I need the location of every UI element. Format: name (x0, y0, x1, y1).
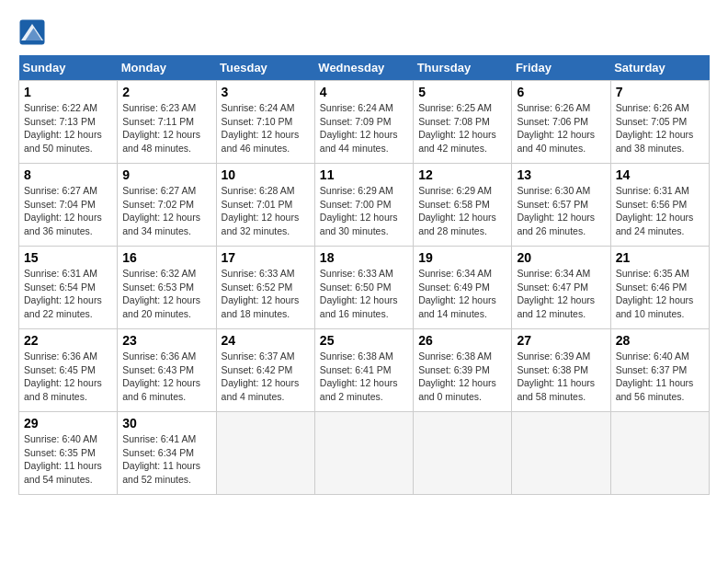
day-cell (216, 412, 314, 495)
week-row-1: 1Sunrise: 6:22 AM Sunset: 7:13 PM Daylig… (19, 81, 710, 164)
day-cell: 12Sunrise: 6:29 AM Sunset: 6:58 PM Dayli… (414, 164, 512, 247)
day-cell: 26Sunrise: 6:38 AM Sunset: 6:39 PM Dayli… (414, 329, 512, 412)
day-cell (512, 412, 610, 495)
day-info: Sunrise: 6:36 AM Sunset: 6:43 PM Dayligh… (122, 350, 210, 404)
day-number: 5 (418, 85, 506, 99)
day-cell: 13Sunrise: 6:30 AM Sunset: 6:57 PM Dayli… (512, 164, 610, 247)
day-number: 20 (517, 250, 605, 265)
day-cell: 9Sunrise: 6:27 AM Sunset: 7:02 PM Daylig… (118, 164, 216, 247)
day-info: Sunrise: 6:29 AM Sunset: 6:58 PM Dayligh… (418, 184, 506, 238)
day-info: Sunrise: 6:36 AM Sunset: 6:45 PM Dayligh… (24, 350, 112, 404)
logo (18, 18, 50, 46)
day-info: Sunrise: 6:25 AM Sunset: 7:08 PM Dayligh… (418, 101, 506, 155)
header-thursday: Thursday (414, 55, 512, 81)
day-info: Sunrise: 6:29 AM Sunset: 7:00 PM Dayligh… (320, 184, 408, 238)
header-saturday: Saturday (610, 55, 709, 81)
day-number: 16 (122, 250, 210, 265)
header-friday: Friday (512, 55, 610, 81)
day-cell: 7Sunrise: 6:26 AM Sunset: 7:05 PM Daylig… (610, 81, 709, 164)
day-number: 27 (517, 333, 605, 348)
logo-icon (18, 18, 46, 46)
day-cell: 1Sunrise: 6:22 AM Sunset: 7:13 PM Daylig… (19, 81, 118, 164)
day-number: 17 (222, 250, 310, 265)
day-number: 15 (24, 250, 112, 265)
header-sunday: Sunday (19, 55, 118, 81)
day-info: Sunrise: 6:31 AM Sunset: 6:56 PM Dayligh… (616, 184, 704, 238)
day-cell (610, 412, 709, 495)
day-cell: 30Sunrise: 6:41 AM Sunset: 6:34 PM Dayli… (118, 412, 216, 495)
day-number: 22 (24, 333, 112, 348)
header-row: SundayMondayTuesdayWednesdayThursdayFrid… (19, 55, 710, 81)
day-cell: 3Sunrise: 6:24 AM Sunset: 7:10 PM Daylig… (216, 81, 314, 164)
day-number: 28 (616, 333, 704, 348)
day-info: Sunrise: 6:34 AM Sunset: 6:49 PM Dayligh… (418, 267, 506, 321)
week-row-2: 8Sunrise: 6:27 AM Sunset: 7:04 PM Daylig… (19, 164, 710, 247)
day-number: 26 (418, 333, 506, 348)
day-info: Sunrise: 6:38 AM Sunset: 6:41 PM Dayligh… (320, 350, 408, 404)
page-header (18, 18, 710, 46)
day-cell: 14Sunrise: 6:31 AM Sunset: 6:56 PM Dayli… (610, 164, 709, 247)
week-row-3: 15Sunrise: 6:31 AM Sunset: 6:54 PM Dayli… (19, 247, 710, 329)
header-tuesday: Tuesday (216, 55, 314, 81)
day-info: Sunrise: 6:26 AM Sunset: 7:06 PM Dayligh… (517, 101, 605, 155)
day-cell: 2Sunrise: 6:23 AM Sunset: 7:11 PM Daylig… (118, 81, 216, 164)
day-number: 4 (320, 85, 408, 99)
day-number: 9 (122, 167, 210, 182)
day-cell: 11Sunrise: 6:29 AM Sunset: 7:00 PM Dayli… (314, 164, 413, 247)
week-row-4: 22Sunrise: 6:36 AM Sunset: 6:45 PM Dayli… (19, 329, 710, 412)
day-number: 14 (616, 167, 704, 182)
day-info: Sunrise: 6:27 AM Sunset: 7:04 PM Dayligh… (24, 184, 112, 238)
day-number: 23 (122, 333, 210, 348)
day-number: 1 (24, 85, 112, 99)
day-info: Sunrise: 6:23 AM Sunset: 7:11 PM Dayligh… (122, 101, 210, 155)
day-number: 10 (222, 167, 310, 182)
day-info: Sunrise: 6:40 AM Sunset: 6:37 PM Dayligh… (616, 350, 704, 404)
day-info: Sunrise: 6:31 AM Sunset: 6:54 PM Dayligh… (24, 267, 112, 321)
day-info: Sunrise: 6:33 AM Sunset: 6:50 PM Dayligh… (320, 267, 408, 321)
day-info: Sunrise: 6:27 AM Sunset: 7:02 PM Dayligh… (122, 184, 210, 238)
day-cell: 28Sunrise: 6:40 AM Sunset: 6:37 PM Dayli… (610, 329, 709, 412)
day-cell: 16Sunrise: 6:32 AM Sunset: 6:53 PM Dayli… (118, 247, 216, 329)
day-info: Sunrise: 6:41 AM Sunset: 6:34 PM Dayligh… (122, 432, 210, 487)
day-cell: 27Sunrise: 6:39 AM Sunset: 6:38 PM Dayli… (512, 329, 610, 412)
day-info: Sunrise: 6:32 AM Sunset: 6:53 PM Dayligh… (122, 267, 210, 321)
day-number: 13 (517, 167, 605, 182)
day-cell: 15Sunrise: 6:31 AM Sunset: 6:54 PM Dayli… (19, 247, 118, 329)
day-number: 12 (418, 167, 506, 182)
day-cell: 25Sunrise: 6:38 AM Sunset: 6:41 PM Dayli… (314, 329, 413, 412)
day-cell: 21Sunrise: 6:35 AM Sunset: 6:46 PM Dayli… (610, 247, 709, 329)
day-info: Sunrise: 6:39 AM Sunset: 6:38 PM Dayligh… (517, 350, 605, 404)
day-info: Sunrise: 6:34 AM Sunset: 6:47 PM Dayligh… (517, 267, 605, 321)
day-cell: 17Sunrise: 6:33 AM Sunset: 6:52 PM Dayli… (216, 247, 314, 329)
day-info: Sunrise: 6:33 AM Sunset: 6:52 PM Dayligh… (222, 267, 310, 321)
day-info: Sunrise: 6:35 AM Sunset: 6:46 PM Dayligh… (616, 267, 704, 321)
week-row-5: 29Sunrise: 6:40 AM Sunset: 6:35 PM Dayli… (19, 412, 710, 495)
header-wednesday: Wednesday (314, 55, 413, 81)
day-number: 18 (320, 250, 408, 265)
calendar-table: SundayMondayTuesdayWednesdayThursdayFrid… (18, 55, 710, 495)
day-cell: 5Sunrise: 6:25 AM Sunset: 7:08 PM Daylig… (414, 81, 512, 164)
day-number: 30 (122, 416, 210, 431)
day-cell: 10Sunrise: 6:28 AM Sunset: 7:01 PM Dayli… (216, 164, 314, 247)
day-cell: 6Sunrise: 6:26 AM Sunset: 7:06 PM Daylig… (512, 81, 610, 164)
day-number: 8 (24, 167, 112, 182)
day-info: Sunrise: 6:28 AM Sunset: 7:01 PM Dayligh… (222, 184, 310, 238)
day-cell: 29Sunrise: 6:40 AM Sunset: 6:35 PM Dayli… (19, 412, 118, 495)
day-cell: 23Sunrise: 6:36 AM Sunset: 6:43 PM Dayli… (118, 329, 216, 412)
day-number: 6 (517, 85, 605, 99)
day-info: Sunrise: 6:37 AM Sunset: 6:42 PM Dayligh… (222, 350, 310, 404)
day-info: Sunrise: 6:26 AM Sunset: 7:05 PM Dayligh… (616, 101, 704, 155)
day-number: 25 (320, 333, 408, 348)
day-info: Sunrise: 6:24 AM Sunset: 7:10 PM Dayligh… (222, 101, 310, 155)
day-info: Sunrise: 6:40 AM Sunset: 6:35 PM Dayligh… (24, 432, 112, 487)
day-cell: 22Sunrise: 6:36 AM Sunset: 6:45 PM Dayli… (19, 329, 118, 412)
day-info: Sunrise: 6:24 AM Sunset: 7:09 PM Dayligh… (320, 101, 408, 155)
header-monday: Monday (118, 55, 216, 81)
day-info: Sunrise: 6:38 AM Sunset: 6:39 PM Dayligh… (418, 350, 506, 404)
day-cell: 4Sunrise: 6:24 AM Sunset: 7:09 PM Daylig… (314, 81, 413, 164)
day-number: 29 (24, 416, 112, 431)
day-number: 3 (222, 85, 310, 99)
day-number: 21 (616, 250, 704, 265)
day-cell: 19Sunrise: 6:34 AM Sunset: 6:49 PM Dayli… (414, 247, 512, 329)
day-cell: 18Sunrise: 6:33 AM Sunset: 6:50 PM Dayli… (314, 247, 413, 329)
